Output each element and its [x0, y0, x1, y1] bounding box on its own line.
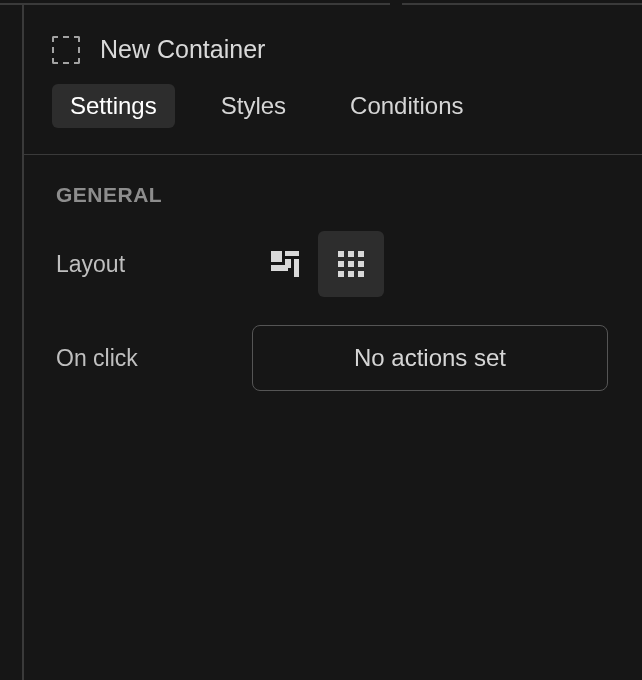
layout-row: Layout [56, 231, 610, 297]
layout-toggle-group [252, 231, 384, 297]
svg-rect-5 [338, 251, 344, 257]
layout-option-dashboard[interactable] [252, 231, 318, 297]
svg-rect-3 [271, 265, 288, 271]
svg-rect-12 [348, 271, 354, 277]
container-icon [52, 36, 80, 64]
on-click-label: On click [56, 345, 252, 372]
svg-rect-9 [348, 261, 354, 267]
layout-label: Layout [56, 251, 252, 278]
tab-bar: Settings Styles Conditions [24, 84, 642, 154]
svg-rect-0 [271, 251, 282, 262]
panel-header: New Container [24, 5, 642, 84]
svg-rect-6 [348, 251, 354, 257]
layout-option-grid[interactable] [318, 231, 384, 297]
svg-rect-8 [338, 261, 344, 267]
svg-rect-10 [358, 261, 364, 267]
svg-rect-13 [358, 271, 364, 277]
svg-rect-1 [285, 251, 299, 256]
inspector-panel: New Container Settings Styles Conditions… [22, 5, 642, 680]
tab-styles[interactable]: Styles [203, 84, 304, 128]
svg-rect-11 [338, 271, 344, 277]
svg-rect-4 [294, 259, 299, 277]
tab-settings[interactable]: Settings [52, 84, 175, 128]
on-click-actions-button[interactable]: No actions set [252, 325, 608, 391]
on-click-row: On click No actions set [56, 325, 610, 391]
dashboard-icon [271, 250, 299, 278]
grid-icon [338, 251, 364, 277]
svg-rect-7 [358, 251, 364, 257]
general-heading: GENERAL [56, 183, 610, 207]
general-section: GENERAL Layout [24, 155, 642, 391]
tab-conditions[interactable]: Conditions [332, 84, 481, 128]
page-title: New Container [100, 35, 265, 64]
